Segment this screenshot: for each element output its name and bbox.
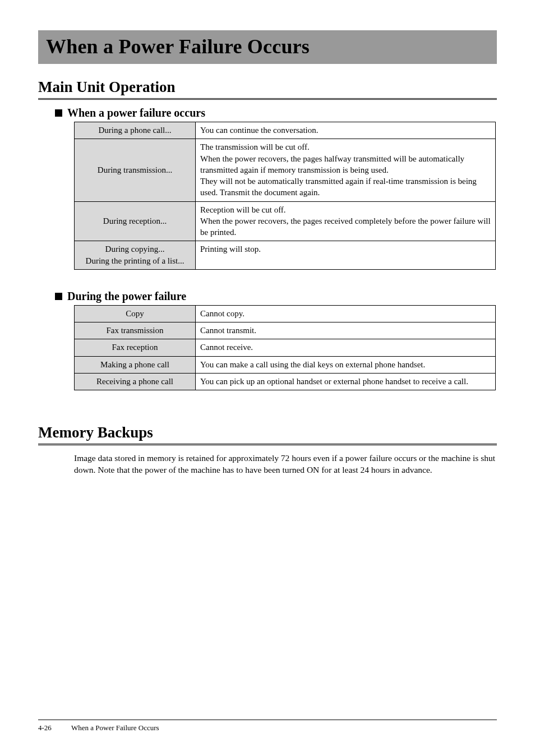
- table-during-power-failure: Copy Cannot copy. Fax transmission Canno…: [74, 305, 496, 390]
- table-row: During transmission... The transmission …: [75, 139, 496, 201]
- section-main-unit-operation: Main Unit Operation: [38, 79, 497, 100]
- subsection-heading: During the power failure: [67, 290, 186, 303]
- section-memory-backups: Memory Backups: [38, 424, 497, 445]
- table-cell-right: Cannot copy.: [196, 305, 496, 322]
- table-cell-left: Making a phone call: [75, 356, 196, 373]
- subsection-when-power-failure: When a power failure occurs: [55, 107, 497, 119]
- subsection-heading: When a power failure occurs: [67, 107, 205, 119]
- table-cell-right: Printing will stop.: [196, 241, 496, 270]
- table-cell-left: Copy: [75, 305, 196, 322]
- table-cell-right: The transmission will be cut off.When th…: [196, 139, 496, 201]
- table-cell-left: Receiving a phone call: [75, 373, 196, 390]
- table-cell-left: During reception...: [75, 201, 196, 241]
- footer-page-number: 4-26: [38, 723, 70, 732]
- table-cell-left: Fax reception: [75, 339, 196, 356]
- page-title-bar: When a Power Failure Occurs: [38, 30, 497, 64]
- memory-backups-paragraph: Image data stored in memory is retained …: [74, 452, 496, 476]
- table-row: During a phone call... You can continue …: [75, 122, 496, 139]
- table-cell-left: During copying...During the printing of …: [75, 241, 196, 270]
- page-footer: 4-26 When a Power Failure Occurs: [38, 720, 497, 732]
- table-cell-left: During transmission...: [75, 139, 196, 201]
- table-row: Receiving a phone call You can pick up a…: [75, 373, 496, 390]
- footer-title: When a Power Failure Occurs: [71, 723, 159, 732]
- square-bullet-icon: [55, 293, 62, 300]
- table-row: Copy Cannot copy.: [75, 305, 496, 322]
- table-row: Fax transmission Cannot transmit.: [75, 322, 496, 339]
- table-cell-right: You can continue the conversation.: [196, 122, 496, 139]
- table-row: Making a phone call You can make a call …: [75, 356, 496, 373]
- table-cell-left: During a phone call...: [75, 122, 196, 139]
- table-row: During reception... Reception will be cu…: [75, 201, 496, 241]
- subsection-during-power-failure: During the power failure: [55, 290, 497, 303]
- table-cell-right: Reception will be cut off.When the power…: [196, 201, 496, 241]
- table-cell-right: Cannot transmit.: [196, 322, 496, 339]
- page-title: When a Power Failure Occurs: [46, 35, 489, 58]
- table-when-power-failure: During a phone call... You can continue …: [74, 122, 496, 270]
- square-bullet-icon: [55, 109, 62, 117]
- table-row: Fax reception Cannot receive.: [75, 339, 496, 356]
- table-row: During copying...During the printing of …: [75, 241, 496, 270]
- table-cell-right: Cannot receive.: [196, 339, 496, 356]
- table-cell-right: You can pick up an optional handset or e…: [196, 373, 496, 390]
- table-cell-right: You can make a call using the dial keys …: [196, 356, 496, 373]
- table-cell-left: Fax transmission: [75, 322, 196, 339]
